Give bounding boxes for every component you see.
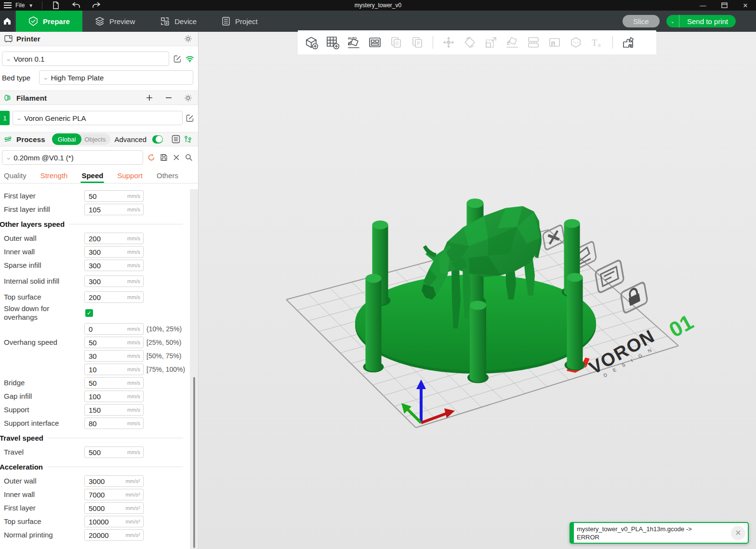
setting-input[interactable]: 100mm/s (84, 391, 144, 402)
window-title: mystery_tower_v0 (0, 2, 756, 9)
setting-input[interactable]: 20000mm/s² (84, 529, 144, 541)
remove-filament-icon[interactable] (164, 93, 173, 102)
build-plate-scene[interactable]: VORON D E S I G N 01 (199, 32, 756, 549)
preview-icon (95, 16, 105, 26)
setting-row: First layer50mm/s (0, 189, 190, 203)
wifi-connection-icon[interactable] (186, 54, 194, 63)
reset-preset-icon[interactable] (147, 153, 156, 162)
toast-close-button[interactable]: ✕ (731, 526, 745, 540)
scope-objects[interactable]: Objects (81, 136, 110, 143)
add-filament-icon[interactable] (145, 93, 154, 102)
setting-row: Outer wall200mm/s (0, 232, 190, 245)
auto-orient-icon[interactable]: AUTO (344, 33, 363, 52)
save-preset-icon[interactable] (159, 153, 168, 162)
copy-icon: 0 (386, 33, 406, 52)
plate-settings-icon[interactable] (595, 260, 624, 294)
parameter-table-icon[interactable] (172, 135, 180, 144)
setting-row: Top surface10000mm/s² (0, 515, 190, 528)
settings-scrollbar-track[interactable] (190, 189, 198, 549)
printer-preset-select[interactable]: ⌄ Voron 0.1 (2, 52, 169, 66)
setting-input[interactable]: 50mm/s (84, 190, 144, 202)
file-menu-caret-icon[interactable]: ▼ (28, 3, 33, 8)
process-tab-speed[interactable]: Speed (81, 170, 103, 183)
plate-delete-icon[interactable] (543, 224, 565, 250)
setting-label: Inner wall (4, 490, 84, 499)
scope-global[interactable]: Global (52, 133, 82, 145)
setting-input[interactable]: 200mm/s (84, 291, 144, 303)
setting-unit: mm/s (127, 380, 143, 386)
setting-input[interactable]: 105mm/s (84, 204, 144, 215)
tab-preview[interactable]: Preview (82, 11, 147, 32)
setting-label: First layer (4, 504, 84, 512)
setting-input[interactable]: 10mm/s (84, 364, 144, 375)
advanced-toggle[interactable] (152, 135, 163, 144)
setting-input[interactable]: 7000mm/s² (84, 489, 144, 500)
home-button[interactable] (0, 11, 14, 32)
support-pillar[interactable] (363, 274, 384, 372)
add-object-icon[interactable] (302, 33, 321, 52)
close-button[interactable]: ✕ (735, 0, 756, 11)
tab-prepare[interactable]: Prepare (16, 11, 82, 32)
assembly-icon[interactable] (619, 33, 638, 52)
setting-input[interactable]: 10000mm/s² (84, 516, 144, 527)
setting-input[interactable]: 80mm/s (84, 418, 144, 429)
bed-type-select[interactable]: ⌄ High Temp Plate (39, 70, 193, 85)
arrange-icon[interactable] (365, 33, 385, 52)
slice-button[interactable]: Slice (623, 15, 660, 27)
maximize-button[interactable] (714, 0, 735, 11)
main-menu-icon[interactable] (4, 2, 12, 8)
setting-input[interactable]: 200mm/s (84, 233, 144, 244)
process-scope-toggle[interactable]: Global Objects (52, 133, 111, 145)
send-to-print-button[interactable]: ⌄ Send to print (666, 15, 736, 27)
setting-input[interactable]: 0mm/s (84, 323, 144, 335)
chevron-down-icon: ⌄ (16, 115, 22, 121)
svg-text:a: a (598, 41, 601, 48)
setting-unit: mm/s (127, 207, 143, 212)
tab-project[interactable]: Project (209, 11, 270, 32)
add-plate-icon[interactable] (323, 33, 342, 52)
setting-input[interactable]: 300mm/s (84, 246, 144, 258)
filament-settings-gear-icon[interactable] (184, 93, 192, 102)
process-preset-select[interactable]: ⌄ 0.20mm @V0.1 (*) (2, 150, 143, 165)
object-parameters-icon[interactable] (184, 135, 192, 144)
redo-icon[interactable] (92, 1, 101, 10)
setting-input[interactable]: 5000mm/s² (84, 502, 144, 514)
settings-scrollbar-thumb[interactable] (193, 377, 195, 548)
setting-input[interactable]: 50mm/s (84, 377, 144, 389)
process-tab-strength[interactable]: Strength (40, 170, 68, 183)
support-pillar[interactable] (467, 301, 489, 383)
edit-filament-icon[interactable] (186, 114, 194, 122)
process-tab-support[interactable]: Support (117, 170, 143, 183)
process-tab-quality[interactable]: Quality (4, 170, 27, 183)
clear-preset-icon[interactable] (172, 153, 181, 162)
minimize-button[interactable]: — (692, 0, 714, 11)
search-settings-icon[interactable] (185, 153, 193, 162)
support-pillar[interactable] (565, 273, 585, 370)
overhang-range-caption: [25%, 50%) (144, 339, 190, 346)
setting-row: 10mm/s[75%, 100%) (0, 363, 190, 376)
undo-icon[interactable] (71, 1, 81, 10)
filament-slot-badge[interactable]: 1 (0, 111, 10, 125)
tab-device[interactable]: Device (147, 11, 209, 32)
printer-settings-gear-icon[interactable] (184, 35, 192, 43)
toast-status: ERROR (577, 533, 731, 541)
setting-input[interactable]: 3000mm/s² (84, 475, 144, 487)
file-menu[interactable]: File (15, 2, 25, 9)
divider (42, 1, 42, 9)
edit-printer-icon[interactable] (173, 54, 182, 63)
setting-row: Sparse infill300mm/s (0, 259, 190, 272)
process-tab-others[interactable]: Others (157, 170, 178, 183)
setting-unit: mm/s (127, 340, 143, 345)
setting-checkbox[interactable]: ✓ (85, 309, 93, 317)
viewport-3d[interactable]: VORON D E S I G N 01 (199, 32, 756, 549)
setting-input[interactable]: 50mm/s (84, 337, 144, 348)
setting-label: Support interface (4, 419, 84, 428)
setting-input[interactable]: 300mm/s (84, 275, 144, 287)
send-options-chevron-icon[interactable]: ⌄ (666, 15, 679, 27)
filament-preset-select[interactable]: ⌄ Voron Generic PLA (13, 111, 183, 125)
setting-input[interactable]: 150mm/s (84, 404, 144, 416)
setting-input[interactable]: 500mm/s (84, 446, 144, 458)
setting-input[interactable]: 300mm/s (84, 260, 144, 271)
setting-input[interactable]: 30mm/s (84, 350, 144, 362)
new-project-icon[interactable] (51, 1, 61, 10)
